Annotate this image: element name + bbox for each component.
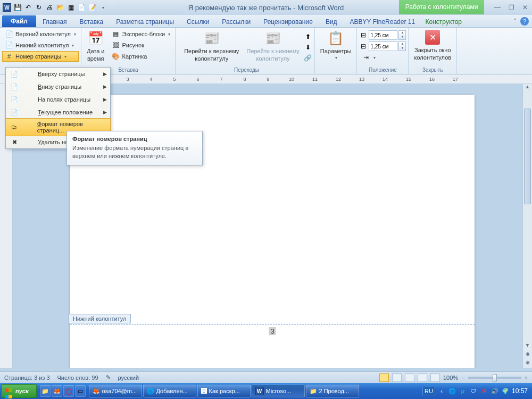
view-web-layout[interactable] <box>405 373 414 382</box>
status-proof-icon[interactable]: ✎ <box>106 374 111 381</box>
maximize-button[interactable]: ❐ <box>506 4 516 11</box>
taskbar-task-2[interactable]: 🅾Как раскр... <box>197 385 251 397</box>
ql-explorer-icon[interactable]: 📁 <box>40 385 51 397</box>
tab-abbyy[interactable]: ABBYY FineReader 11 <box>344 16 422 27</box>
new-icon[interactable]: ▦ <box>66 3 76 12</box>
ribbon-group-close: ✕ Закрыть окно колонтитулов Закрыть <box>409 28 457 74</box>
quick-parts-button[interactable]: ▦Экспресс-блоки <box>109 29 173 39</box>
tooltip-title: Формат номеров страниц <box>72 136 197 142</box>
qat-customize-icon[interactable] <box>98 3 107 12</box>
redo-icon[interactable]: ↻ <box>34 3 44 12</box>
scroll-up-icon[interactable]: ▲ <box>523 84 532 93</box>
view-print-layout[interactable] <box>379 373 389 382</box>
dropdown-item-icon: ✖ <box>10 138 19 146</box>
picture-button[interactable]: 🖼Рисунок <box>109 40 173 51</box>
zoom-slider[interactable] <box>468 377 521 379</box>
scroll-thumb[interactable] <box>524 109 531 204</box>
dropdown-item-2[interactable]: 📄На полях страницы▶ <box>6 93 110 106</box>
view-full-screen[interactable] <box>392 373 402 382</box>
next-page-icon[interactable]: ◉ <box>523 360 532 368</box>
tab-page-layout[interactable]: Разметка страницы <box>110 16 180 27</box>
ribbon-group-position: ⊟ ▲▼ ⊟ ▲▼ ⇥ Положение <box>357 28 409 74</box>
prev-page-icon[interactable]: ◉ <box>523 351 532 360</box>
ql-show-desktop-icon[interactable]: ▭ <box>75 385 86 397</box>
start-button[interactable]: пуск <box>1 384 37 398</box>
tray-volume-icon[interactable]: 🔊 <box>491 387 499 395</box>
view-draft[interactable] <box>430 373 440 382</box>
link-previous-icon[interactable]: 🔗 <box>304 54 312 62</box>
tab-references[interactable]: Ссылки <box>180 16 215 27</box>
header-from-top-field[interactable]: ⊟ ▲▼ <box>359 30 406 40</box>
system-tray: RU ‹ 🌐 μ 🛡 Я 🔊 🌍 10:57 <box>422 387 531 395</box>
ql-opera-icon[interactable]: ◯ <box>63 385 74 397</box>
dropdown-item-1[interactable]: 📄Внизу страницы▶ <box>6 80 110 93</box>
insert-alignment-tab[interactable]: ⇥ <box>359 52 406 63</box>
page-icon[interactable]: 📄 <box>77 3 86 12</box>
dropdown-item-3[interactable]: 📄Текущее положение▶ <box>6 106 110 119</box>
taskbar-task-1[interactable]: 🌐Добавлен... <box>143 385 196 397</box>
tray-shield-icon[interactable]: 🛡 <box>469 387 478 395</box>
dropdown-item-0[interactable]: 📄Вверху страницы▶ <box>6 68 110 80</box>
footer-from-bottom-field[interactable]: ⊟ ▲▼ <box>359 41 406 51</box>
tab-view[interactable]: Вид <box>319 16 344 27</box>
tray-globe-icon[interactable]: 🌍 <box>501 387 510 395</box>
header-top-spinner[interactable]: ▲▼ <box>398 30 406 40</box>
clipart-button[interactable]: 🎨Картинка <box>109 51 173 62</box>
tab-review[interactable]: Рецензирование <box>257 16 319 27</box>
header-top-input[interactable] <box>369 30 397 40</box>
minimize-button[interactable]: — <box>493 4 502 11</box>
close-header-footer-button[interactable]: ✕ Закрыть окно колонтитулов <box>411 29 454 66</box>
ql-firefox-icon[interactable]: 🦊 <box>52 385 62 397</box>
zoom-in-icon[interactable]: + <box>525 375 528 381</box>
view-outline[interactable] <box>418 373 427 382</box>
title-bar: W 💾 ↶ ↻ 🖨 📂 ▦ 📄 📝 Я рекомендую так же пр… <box>0 0 532 15</box>
language-indicator[interactable]: RU <box>422 387 435 395</box>
ribbon-minimize-icon[interactable]: ⌃ <box>513 18 517 23</box>
group-label-navigation: Переходы <box>181 66 312 74</box>
header-button[interactable]: 📄Верхний колонтитул <box>2 29 79 39</box>
tooltip: Формат номеров страниц Изменение формата… <box>66 131 203 165</box>
help-icon[interactable]: ? <box>520 17 529 26</box>
status-page[interactable]: Страница: 3 из 3 <box>4 375 50 381</box>
status-wordcount[interactable]: Число слов: 99 <box>57 375 98 381</box>
prev-section-icon[interactable]: ⬆ <box>304 32 312 41</box>
clock[interactable]: 10:57 <box>512 387 528 395</box>
page-number-button[interactable]: #Номер страницы <box>2 51 79 62</box>
options-button[interactable]: 📋 Параметры <box>317 29 355 66</box>
ribbon-group-options: 📋 Параметры <box>315 28 358 74</box>
footer-bottom-input[interactable] <box>369 41 397 51</box>
tray-utorrent-icon[interactable]: μ <box>459 387 467 395</box>
tray-yandex-icon[interactable]: Я <box>480 387 488 395</box>
vertical-scrollbar[interactable]: ▲ ▼ ◉ ◉ <box>522 84 532 368</box>
page-number-display[interactable]: 3 <box>269 327 276 335</box>
next-section-icon[interactable]: ⬇ <box>304 43 312 52</box>
status-language[interactable]: русский <box>118 375 139 381</box>
date-time-button[interactable]: 📅 Дата и время <box>84 29 108 66</box>
tab-mailings[interactable]: Рассылки <box>215 16 257 27</box>
footer-button[interactable]: 📄Нижний колонтитул <box>2 40 79 51</box>
tab-constructor[interactable]: Конструктор <box>419 16 468 27</box>
zoom-out-icon[interactable]: − <box>461 375 464 381</box>
taskbar-task-3[interactable]: WMicroso... <box>252 385 305 397</box>
goto-header-button[interactable]: 📰 Перейти к верхнему колонтитулу <box>181 29 242 66</box>
scroll-down-icon[interactable]: ▼ <box>523 343 532 351</box>
word-app-icon[interactable]: W <box>2 3 12 12</box>
print-icon[interactable]: 🖨 <box>45 3 54 12</box>
doc-icon[interactable]: 📝 <box>87 3 97 12</box>
tray-network-icon[interactable]: 🌐 <box>448 387 456 395</box>
tab-file[interactable]: Файл <box>2 15 36 27</box>
close-window-button[interactable]: ✕ <box>520 4 530 11</box>
group-label-position: Положение <box>359 66 406 74</box>
taskbar-task-0[interactable]: 🦊osa704@m... <box>89 385 142 397</box>
tab-insert[interactable]: Вставка <box>73 16 110 27</box>
tab-home[interactable]: Главная <box>36 16 73 27</box>
open-icon[interactable]: 📂 <box>55 3 65 12</box>
zoom-level[interactable]: 100% <box>443 375 458 381</box>
taskbar-task-4[interactable]: 📁2 Провод... <box>306 385 359 397</box>
tooltip-body: Изменение формата нумерации страниц в ве… <box>72 144 197 161</box>
tray-expand-icon[interactable]: ‹ <box>437 387 446 395</box>
save-icon[interactable]: 💾 <box>13 3 22 12</box>
footer-bottom-spinner[interactable]: ▲▼ <box>398 41 406 51</box>
undo-icon[interactable]: ↶ <box>23 3 33 12</box>
dropdown-item-icon: 📄 <box>10 70 19 78</box>
